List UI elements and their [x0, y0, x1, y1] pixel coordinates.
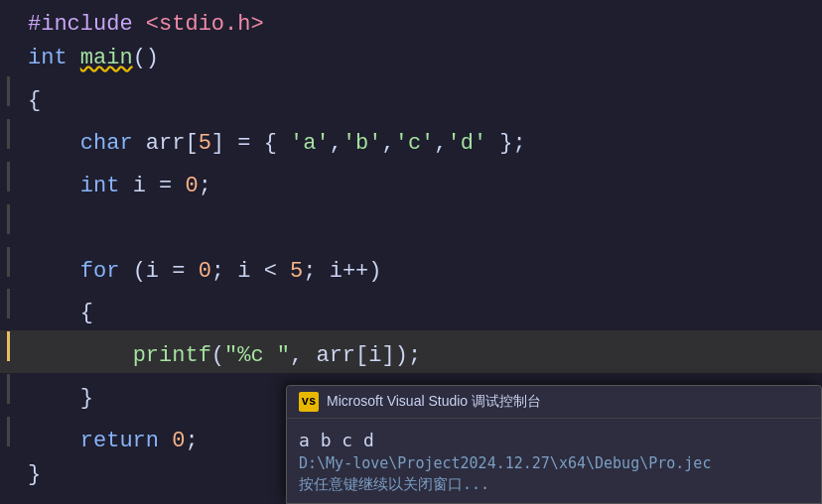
code-line-2: int main(): [0, 42, 822, 75]
code-line-8: {: [0, 288, 822, 330]
gutter-bar-4: [7, 119, 10, 149]
code-editor: #include <stdio.h> int main() { char arr…: [0, 0, 822, 504]
code-line-5: int i = 0;: [0, 161, 822, 203]
line-content-2: int main(): [16, 43, 159, 74]
vs-icon: vs: [299, 392, 319, 412]
debug-popup-title: Microsoft Visual Studio 调试控制台: [327, 393, 541, 411]
code-line-9: printf("%c ", arr[i]);: [0, 330, 822, 373]
line-content-9: printf("%c ", arr[i]);: [16, 340, 421, 372]
gutter-bar-6: [7, 204, 10, 234]
code-line-6: [0, 203, 822, 246]
gutter-3: [0, 76, 16, 106]
line-content-10: }: [16, 383, 93, 415]
line-content-8: {: [16, 298, 93, 329]
code-line-1: #include <stdio.h>: [0, 8, 822, 42]
code-line-3: {: [0, 75, 822, 118]
gutter-bar-3: [7, 76, 10, 106]
gutter-10: [0, 374, 16, 404]
gutter-bar-11: [7, 417, 10, 446]
line-content-6: [16, 213, 41, 245]
debug-popup-header: vs Microsoft Visual Studio 调试控制台: [287, 386, 821, 419]
debug-output-text: a b c d: [299, 427, 809, 453]
line-content-7: for (i = 0; i < 5; i++): [16, 256, 381, 288]
gutter-11: [0, 417, 16, 446]
debug-continuation-text: 按任意键继续以关闭窗口...: [299, 474, 809, 495]
gutter-bar-5: [7, 162, 10, 191]
gutter-6: [0, 204, 16, 234]
gutter-5: [0, 162, 16, 191]
code-line-4: char arr[5] = { 'a','b','c','d' };: [0, 118, 822, 161]
debug-path-text: D:\My-love\Project2024.12.27\x64\Debug\P…: [299, 453, 809, 474]
debug-popup[interactable]: vs Microsoft Visual Studio 调试控制台 a b c d…: [286, 385, 822, 504]
line-content-12: }: [16, 459, 41, 491]
gutter-8: [0, 289, 16, 318]
gutter-4: [0, 119, 16, 149]
gutter-bar-7: [7, 247, 10, 277]
gutter-bar-9: [7, 331, 10, 361]
gutter-9: [0, 331, 16, 361]
gutter-7: [0, 247, 16, 277]
line-content-4: char arr[5] = { 'a','b','c','d' };: [16, 128, 526, 160]
debug-popup-body: a b c d D:\My-love\Project2024.12.27\x64…: [287, 419, 821, 503]
gutter-bar-10: [7, 374, 10, 404]
line-content-1: #include <stdio.h>: [16, 9, 264, 41]
code-line-7: for (i = 0; i < 5; i++): [0, 246, 822, 289]
line-content-3: {: [16, 85, 41, 117]
line-content-11: return 0;: [16, 426, 199, 457]
gutter-bar-8: [7, 289, 10, 318]
line-content-5: int i = 0;: [16, 171, 211, 202]
